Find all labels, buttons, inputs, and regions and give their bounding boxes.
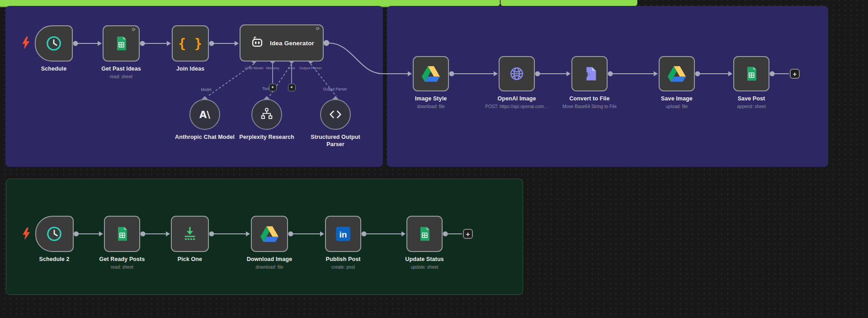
node-label: Save Post — [711, 95, 792, 102]
node-get-past-ideas[interactable]: ⟳ — [103, 25, 140, 62]
node-save-image[interactable] — [659, 56, 695, 91]
robot-icon — [249, 35, 265, 51]
node-plus-bottom[interactable]: + — [463, 229, 473, 239]
node-schedule2[interactable] — [35, 216, 74, 252]
node-sublabel: read: sheet — [72, 265, 172, 270]
node-perplexity[interactable] — [251, 99, 282, 130]
connector-type-label: Output Parser — [323, 87, 347, 91]
node-label: Structured Output Parser — [302, 133, 369, 148]
node-anthropic[interactable]: A\ — [189, 99, 220, 130]
node-mini2[interactable]: ✦ — [288, 84, 296, 91]
svg-text:in: in — [340, 230, 347, 239]
clock-icon — [46, 225, 63, 242]
node-label: Publish Post — [302, 256, 384, 263]
clock-icon — [45, 35, 62, 52]
connector-type-label: Model — [201, 87, 211, 92]
drive-icon — [422, 66, 440, 82]
node-convert-to-file[interactable] — [571, 56, 608, 91]
refresh-badge-icon: ⟳ — [132, 27, 136, 32]
node-label: OpenAI Image — [476, 95, 557, 102]
drive-icon — [260, 226, 278, 242]
node-publish-post[interactable]: in — [325, 216, 361, 252]
pickone-icon — [181, 225, 198, 242]
svg-text:A\: A\ — [199, 109, 210, 120]
port-label: Output Parser — [299, 66, 322, 70]
node-label: Save Image — [636, 95, 717, 102]
drive-icon — [668, 66, 686, 82]
node-label: Pick One — [149, 256, 231, 263]
node-sublabel: download: file — [381, 104, 481, 109]
sheets-icon — [114, 225, 130, 242]
node-get-ready-posts[interactable] — [104, 216, 140, 252]
globe-icon — [508, 65, 525, 82]
sheets-icon — [416, 225, 433, 242]
node-schedule[interactable] — [35, 25, 73, 62]
node-update-status[interactable] — [406, 216, 443, 252]
node-download-image[interactable] — [251, 216, 288, 252]
code-icon — [327, 106, 344, 123]
node-idea-generator[interactable]: Idea Generator⟳ — [240, 24, 324, 62]
node-label: Image Style — [390, 95, 472, 102]
node-join-ideas[interactable]: { } — [172, 25, 209, 62]
sitemap-icon — [259, 106, 275, 123]
node-plus-top[interactable]: + — [790, 69, 800, 79]
node-label: Download Image — [229, 256, 310, 263]
port-label: Memory — [266, 66, 279, 70]
node-sop[interactable] — [320, 99, 351, 130]
node-label: Perplexity Research — [233, 133, 301, 141]
node-image-style[interactable] — [413, 56, 449, 91]
linkedin-icon: in — [335, 225, 352, 242]
node-mini1[interactable]: ✦ — [269, 84, 277, 91]
workflow-canvas[interactable]: Auto Posting Schedule⟳Get Past Ideasread… — [0, 0, 868, 318]
port-label: Tool — [288, 66, 295, 70]
node-label: Join Ideas — [150, 65, 231, 72]
node-label: Update Status — [384, 256, 465, 263]
braces-icon: { } — [178, 36, 203, 51]
fileimport-icon — [581, 65, 598, 82]
node-sublabel: append: sheet — [702, 104, 801, 109]
node-label: Anthropic Chat Model — [171, 133, 239, 141]
sheets-icon — [113, 35, 129, 52]
connector-type-label: Tool — [262, 86, 269, 91]
trigger-bolt-icon — [21, 36, 31, 52]
node-sublabel: read: sheet — [71, 74, 171, 79]
node-save-post[interactable] — [733, 56, 769, 91]
refresh-badge-icon: ⟳ — [316, 26, 320, 31]
anthropic-icon: A\ — [196, 105, 214, 123]
node-label: Convert to File — [549, 95, 630, 102]
node-title: Idea Generator — [270, 40, 314, 47]
port-label: Chat Model — [245, 66, 264, 70]
sheets-icon — [743, 65, 760, 82]
node-pick-one[interactable] — [171, 216, 209, 252]
node-sublabel: Move Base64 String to File — [540, 104, 639, 109]
trigger-bolt-icon — [21, 227, 31, 242]
node-openai-image[interactable] — [499, 56, 535, 91]
node-sublabel: update: sheet — [375, 265, 474, 270]
